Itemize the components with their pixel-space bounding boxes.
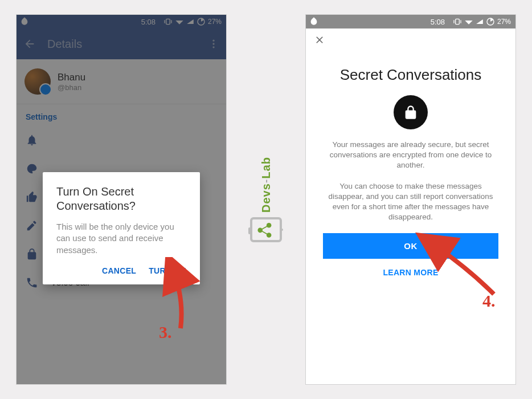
svg-point-9 xyxy=(257,228,263,233)
devslab-logo: Devs-Lab xyxy=(246,157,286,242)
secret-para2: You can choose to make these messages di… xyxy=(323,181,498,223)
secret-para1: Your messages are already secure, but se… xyxy=(323,140,498,171)
svg-rect-12 xyxy=(456,19,460,24)
status-time: 5:08 xyxy=(431,18,445,26)
vibrate-icon xyxy=(453,18,462,25)
signal-icon xyxy=(476,18,484,25)
phone-left: 5:08 27% Details Bhanu @bhan Settings xyxy=(16,14,227,385)
leaf-icon xyxy=(309,17,318,26)
wifi-icon xyxy=(464,18,473,25)
ok-button[interactable]: OK xyxy=(323,233,498,259)
dialog-title: Turn On Secret Conversations? xyxy=(56,185,186,213)
svg-point-10 xyxy=(267,223,272,228)
lock-icon xyxy=(403,104,419,120)
step4-label: 4. xyxy=(482,291,496,311)
secret-dialog: Turn On Secret Conversations? This will … xyxy=(43,172,200,284)
turn-on-button[interactable]: TURN ON xyxy=(149,266,186,275)
logo-phone-icon xyxy=(250,217,282,242)
svg-point-11 xyxy=(267,233,272,238)
close-icon xyxy=(314,34,325,46)
learn-more-button[interactable]: LEARN MORE xyxy=(323,268,498,277)
phone-right: 5:08 27% Secret Conversations Your messa… xyxy=(305,14,516,385)
cancel-button[interactable]: CANCEL xyxy=(102,266,136,275)
battery-icon xyxy=(486,17,495,26)
secret-title: Secret Conversations xyxy=(323,66,498,84)
status-bar: 5:08 27% xyxy=(306,15,515,28)
status-battery: 27% xyxy=(497,18,511,26)
lock-badge xyxy=(394,95,428,129)
close-button[interactable] xyxy=(314,34,325,49)
dialog-body: This will be the only device you can use… xyxy=(56,221,186,256)
logo-text: Devs-Lab xyxy=(260,157,273,213)
